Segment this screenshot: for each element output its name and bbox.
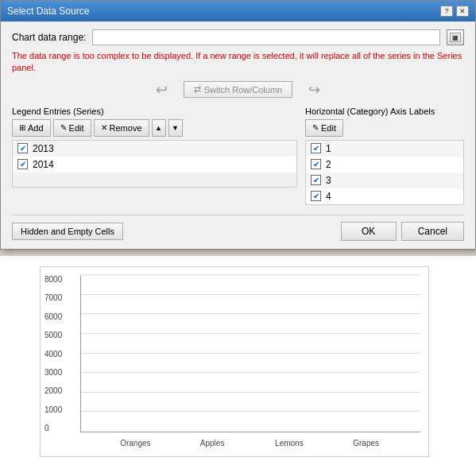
dialog-titlebar: Select Data Source ? ✕ xyxy=(1,1,475,21)
axis-label-3: 3 xyxy=(326,175,331,186)
series-area: Legend Entries (Series) ⊞ Add ✎ Edit ✕ R… xyxy=(12,107,464,205)
y-label-0: 0 xyxy=(45,424,62,432)
y-label-5000: 5000 xyxy=(45,331,62,339)
series-label-2013: 2013 xyxy=(33,143,54,154)
series-list: ✔ 2013 ✔ 2014 xyxy=(12,140,297,188)
ok-cancel-buttons: OK Cancel xyxy=(341,222,464,241)
axis-checkbox-3[interactable]: ✔ xyxy=(311,175,321,185)
switch-row: ↩ ⇄ Switch Row/Column ↪ xyxy=(12,81,464,99)
help-button[interactable]: ? xyxy=(440,6,453,17)
y-label-7000: 7000 xyxy=(45,293,62,302)
y-label-4000: 4000 xyxy=(45,350,62,359)
close-button[interactable]: ✕ xyxy=(456,6,469,17)
axis-panel-header: Horizontal (Category) Axis Labels xyxy=(305,107,464,119)
series-label-2014: 2014 xyxy=(33,159,54,170)
dialog-body: Chart data range: ▦ The data range is to… xyxy=(1,21,475,249)
dialog-title: Select Data Source xyxy=(7,6,89,17)
bar-groups xyxy=(81,275,420,432)
remove-icon: ✕ xyxy=(101,123,107,132)
move-up-button[interactable]: ▲ xyxy=(152,119,166,137)
arrow-right-icon: ↪ xyxy=(308,81,320,99)
edit-icon: ✎ xyxy=(60,123,67,132)
chart-container: 0 1000 2000 3000 4000 5000 6000 7000 800… xyxy=(40,266,429,457)
series-checkbox-2014[interactable]: ✔ xyxy=(17,159,28,169)
axis-item-3[interactable]: ✔ 3 xyxy=(306,172,463,188)
series-item-2013[interactable]: ✔ 2013 xyxy=(13,141,296,157)
legend-panel-toolbar: ⊞ Add ✎ Edit ✕ Remove ▲ ▼ xyxy=(12,119,297,137)
chart-bars-area: Oranges Apples Lemons Grapes xyxy=(80,275,420,432)
y-label-6000: 6000 xyxy=(45,312,62,321)
edit-axis-icon: ✎ xyxy=(312,123,319,132)
ok-button[interactable]: OK xyxy=(341,222,397,241)
x-label-apples: Apples xyxy=(189,439,235,448)
axis-item-4[interactable]: ✔ 4 xyxy=(306,188,463,204)
chart-data-range-input[interactable] xyxy=(92,29,440,45)
cancel-button[interactable]: Cancel xyxy=(401,222,464,241)
switch-row-column-button[interactable]: ⇄ Switch Row/Column xyxy=(184,81,292,98)
chart-data-range-label: Chart data range: xyxy=(12,32,86,43)
add-series-button[interactable]: ⊞ Add xyxy=(12,119,51,137)
y-label-3000: 3000 xyxy=(45,368,62,377)
select-data-source-dialog: Select Data Source ? ✕ Chart data range:… xyxy=(0,0,476,250)
arrow-left-icon: ↩ xyxy=(156,81,168,99)
axis-item-1[interactable]: ✔ 1 xyxy=(306,141,463,157)
axis-label-1: 1 xyxy=(326,143,331,154)
legend-panel: Legend Entries (Series) ⊞ Add ✎ Edit ✕ R… xyxy=(12,107,297,205)
edit-series-button[interactable]: ✎ Edit xyxy=(53,119,91,137)
range-icon: ▦ xyxy=(450,33,461,42)
chart-area: 0 1000 2000 3000 4000 5000 6000 7000 800… xyxy=(80,275,420,432)
axis-list: ✔ 1 ✔ 2 ✔ 3 ✔ 4 xyxy=(305,140,464,205)
warning-text: The data range is too complex to be disp… xyxy=(12,50,464,75)
axis-panel-toolbar: ✎ Edit xyxy=(305,119,464,137)
legend-panel-header: Legend Entries (Series) xyxy=(12,107,297,119)
edit-axis-button[interactable]: ✎ Edit xyxy=(305,119,343,137)
move-down-button[interactable]: ▼ xyxy=(168,119,183,137)
dialog-footer: Hidden and Empty Cells OK Cancel xyxy=(12,215,464,241)
y-axis-labels: 0 1000 2000 3000 4000 5000 6000 7000 800… xyxy=(45,275,62,432)
axis-checkbox-4[interactable]: ✔ xyxy=(311,191,321,201)
series-item-2014[interactable]: ✔ 2014 xyxy=(13,157,296,172)
chart-data-range-row: Chart data range: ▦ xyxy=(12,29,464,45)
remove-series-button[interactable]: ✕ Remove xyxy=(94,119,149,137)
y-label-8000: 8000 xyxy=(45,275,62,284)
axis-checkbox-1[interactable]: ✔ xyxy=(311,143,321,153)
axis-label-2: 2 xyxy=(326,159,331,170)
axis-panel: Horizontal (Category) Axis Labels ✎ Edit… xyxy=(305,107,464,205)
switch-icon: ⇄ xyxy=(194,84,201,95)
axis-item-2[interactable]: ✔ 2 xyxy=(306,157,463,172)
axis-checkbox-2[interactable]: ✔ xyxy=(311,159,321,169)
add-icon: ⊞ xyxy=(19,123,25,132)
hidden-empty-cells-button[interactable]: Hidden and Empty Cells xyxy=(12,223,123,240)
axis-label-4: 4 xyxy=(326,191,331,202)
series-checkbox-2013[interactable]: ✔ xyxy=(17,143,28,153)
y-label-1000: 1000 xyxy=(45,405,62,414)
x-label-lemons: Lemons xyxy=(266,439,312,448)
range-select-button[interactable]: ▦ xyxy=(447,29,464,45)
y-label-2000: 2000 xyxy=(45,386,62,395)
titlebar-buttons: ? ✕ xyxy=(440,6,469,17)
x-label-grapes: Grapes xyxy=(343,439,389,448)
x-axis-labels: Oranges Apples Lemons Grapes xyxy=(81,439,420,448)
x-label-oranges: Oranges xyxy=(112,439,158,448)
